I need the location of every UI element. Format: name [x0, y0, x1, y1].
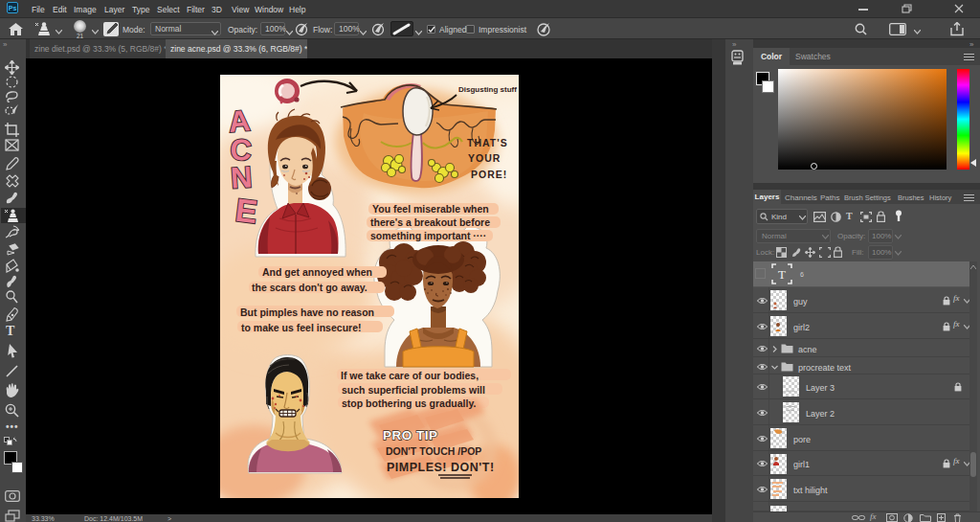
svg-text:there's a breakout before: there's a breakout before [370, 216, 490, 228]
svg-text:E: E [234, 192, 259, 230]
svg-text:something important ····: something important ···· [370, 230, 486, 241]
svg-text:such superficial problems will: such superficial problems will [342, 384, 485, 396]
svg-text:T: T [778, 267, 786, 282]
svg-text:PRO TIP: PRO TIP [383, 428, 438, 443]
svg-text:PORE!: PORE! [471, 169, 507, 180]
svg-text:PIMPLES! DON'T!: PIMPLES! DON'T! [387, 461, 495, 474]
svg-text:YOUR: YOUR [468, 152, 501, 164]
svg-text:stop bothering us gradually.: stop bothering us gradually. [342, 397, 476, 409]
svg-text:And get annoyed when: And get annoyed when [262, 266, 372, 278]
svg-text:the scars don't go away.: the scars don't go away. [252, 282, 368, 293]
svg-text:But pimples have no reason: But pimples have no reason [240, 306, 374, 318]
svg-text:If we take care of our bodies,: If we take care of our bodies, [341, 370, 479, 381]
svg-text:You feel miserable when: You feel miserable when [372, 203, 489, 215]
svg-text:to make us feel insecure!: to make us feel insecure! [241, 322, 361, 333]
svg-text:THAT'S: THAT'S [467, 137, 508, 148]
svg-text:DON'T TOUCH /POP: DON'T TOUCH /POP [386, 445, 481, 457]
svg-text:Disgusting stuff: Disgusting stuff [458, 85, 517, 94]
svg-text:N: N [230, 160, 254, 194]
